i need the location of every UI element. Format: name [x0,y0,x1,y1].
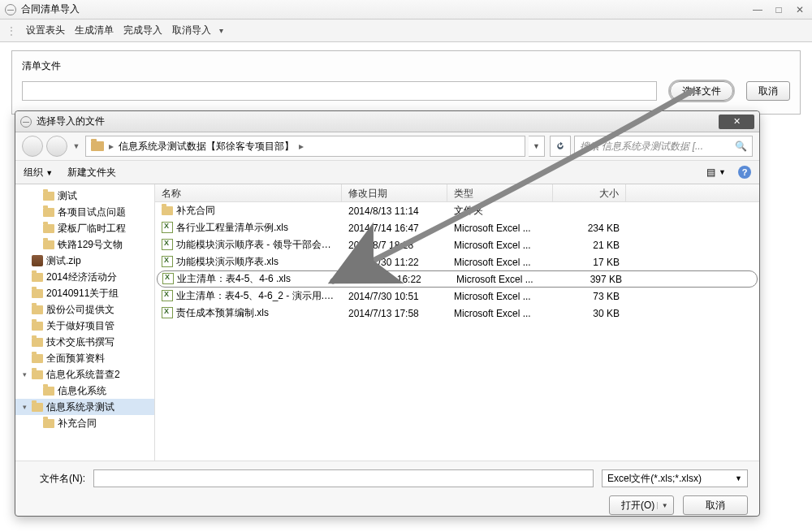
new-folder-button[interactable]: 新建文件夹 [67,166,116,179]
panel-title: 清单文件 [22,59,790,73]
minimize-button[interactable]: — [750,4,765,15]
breadcrumb-segment[interactable]: 信息系统录测试数据【郑徐客专项目部】 [119,140,294,154]
toolbar-cancel[interactable]: 取消导入 [169,21,214,40]
tree-item[interactable]: 测试.zip [15,253,154,269]
app-icon [5,4,16,15]
tree-item[interactable]: 20140911关于组 [15,285,154,301]
refresh-button[interactable] [550,136,571,157]
tree-item[interactable]: 梁板厂临时工程 [15,220,154,236]
file-row[interactable]: 业主清单：表4-5、4-6_2 - 演示用.xls2014/7/30 10:51… [155,288,759,305]
tree-item[interactable]: ▾信息系统录测试 [15,399,154,415]
file-row[interactable]: 业主清单：表4-5、4-6 .xls2014/7/14 16:22Microso… [157,270,758,288]
tree-item[interactable]: 全面预算资料 [15,350,154,366]
file-row[interactable]: 功能模块演示顺序表 - 领导干部会演示用.2014/8/7 18:28Micro… [155,236,759,253]
toolbar-generate[interactable]: 生成清单 [71,21,117,40]
xls-icon [162,307,173,318]
tree-item[interactable]: 关于做好项目管 [15,318,154,334]
filename-label: 文件名(N): [27,472,85,486]
folder-icon [43,387,54,396]
zip-icon [32,255,43,266]
file-type-filter[interactable]: Excel文件(*.xls;*.xlsx)▼ [602,469,748,487]
folder-icon [32,273,43,282]
xls-icon [162,273,174,284]
main-titlebar: 合同清单导入 — □ ✕ [0,0,812,19]
dialog-icon [20,116,32,128]
view-mode-button[interactable]: ▤▼ [702,164,730,180]
folder-icon [43,419,54,428]
file-row[interactable]: 功能模块演示顺序表.xls2014/7/30 11:22Microsoft Ex… [155,253,759,270]
choose-file-button[interactable]: 选择文件 [670,81,733,101]
toolbar-set-header[interactable]: 设置表头 [23,21,68,40]
xls-icon [162,222,173,233]
chevron-right-icon: ▸ [299,141,304,152]
file-list-header: 名称 修改日期 类型 大小 [155,184,759,202]
tree-item[interactable]: 测试 [15,188,154,204]
main-toolbar: ⋮ 设置表头 生成清单 完成导入 取消导入 ▾ [0,19,812,42]
filename-input[interactable] [93,469,594,487]
xls-icon [162,239,173,250]
xls-icon [162,256,173,267]
folder-icon [32,289,43,298]
toolbar-finish[interactable]: 完成导入 [120,21,166,40]
folder-icon [32,338,43,347]
file-panel: 清单文件 选择文件 取消 [11,50,801,115]
folder-icon [32,403,43,412]
dialog-titlebar: 选择导入的文件 ✕ [15,111,759,132]
tree-item[interactable]: 信息化系统 [15,383,154,399]
search-icon: 🔍 [735,141,747,152]
close-button[interactable]: ✕ [793,4,807,15]
col-type[interactable]: 类型 [447,184,553,201]
folder-icon [32,305,43,314]
tree-item[interactable]: 补充合同 [15,415,154,431]
main-cancel-button[interactable]: 取消 [746,81,790,101]
xls-icon [162,290,173,301]
breadcrumb-dropdown[interactable]: ▼ [529,136,545,157]
tree-item[interactable]: 2014经济活动分 [15,269,154,285]
dialog-cancel-button[interactable]: 取消 [683,495,748,515]
file-path-input[interactable] [22,81,657,101]
toolbar-overflow-icon[interactable]: ▾ [219,26,223,35]
tree-item[interactable]: 技术交底书撰写 [15,334,154,350]
breadcrumb-folder-icon [91,141,104,151]
folder-icon [43,224,54,233]
nav-back-button[interactable] [22,136,43,157]
col-size[interactable]: 大小 [553,184,626,201]
folder-icon [32,354,43,363]
tree-item[interactable]: 各项目试点问题 [15,204,154,220]
file-row[interactable]: 补充合同2014/8/13 11:14文件夹 [155,202,759,219]
folder-icon [32,322,43,331]
dialog-nav: ▼ ▸ 信息系统录测试数据【郑徐客专项目部】 ▸ ▼ 搜索 信息系统录测试数据 … [15,132,759,160]
col-date[interactable]: 修改日期 [342,184,447,201]
dialog-title: 选择导入的文件 [37,115,105,128]
nav-history-dropdown[interactable]: ▼ [71,136,82,157]
tree-item[interactable]: 铁路129号文物 [15,236,154,253]
search-input[interactable]: 搜索 信息系统录测试数据 [... 🔍 [574,136,753,157]
breadcrumb[interactable]: ▸ 信息系统录测试数据【郑徐客专项目部】 ▸ [85,136,525,157]
dialog-close-button[interactable]: ✕ [719,115,754,129]
file-row[interactable]: 各行业工程量清单示例.xls2014/7/14 16:47Microsoft E… [155,219,759,236]
organize-button[interactable]: 组织 ▼ [24,166,53,179]
folder-tree[interactable]: 测试各项目试点问题梁板厂临时工程铁路129号文物测试.zip2014经济活动分2… [15,184,155,461]
search-placeholder: 搜索 信息系统录测试数据 [... [580,140,703,154]
folder-icon [32,370,43,379]
folder-icon [43,208,54,217]
dialog-toolbar: 组织 ▼ 新建文件夹 ▤▼ ? [15,160,759,184]
nav-forward-button[interactable] [46,136,67,157]
tree-item[interactable]: ▾信息化系统普查2 [15,366,154,383]
help-icon[interactable]: ? [738,166,751,179]
chevron-right-icon: ▸ [109,141,114,152]
open-button[interactable]: 打开(O) [609,495,674,515]
tree-item[interactable]: 股份公司提供文 [15,301,154,318]
file-list[interactable]: 名称 修改日期 类型 大小 补充合同2014/8/13 11:14文件夹各行业工… [155,184,759,461]
folder-icon [43,192,54,201]
dialog-footer: 文件名(N): Excel文件(*.xls;*.xlsx)▼ 打开(O) 取消 [15,461,759,523]
maximize-button[interactable]: □ [771,4,786,15]
col-name[interactable]: 名称 [155,184,342,201]
main-title: 合同清单导入 [21,2,80,16]
file-row[interactable]: 责任成本预算编制.xls2014/7/13 17:58Microsoft Exc… [155,305,759,322]
file-open-dialog: 选择导入的文件 ✕ ▼ ▸ 信息系统录测试数据【郑徐客专项目部】 ▸ ▼ 搜索 … [15,110,760,517]
folder-icon [162,206,173,215]
folder-icon [43,240,54,249]
